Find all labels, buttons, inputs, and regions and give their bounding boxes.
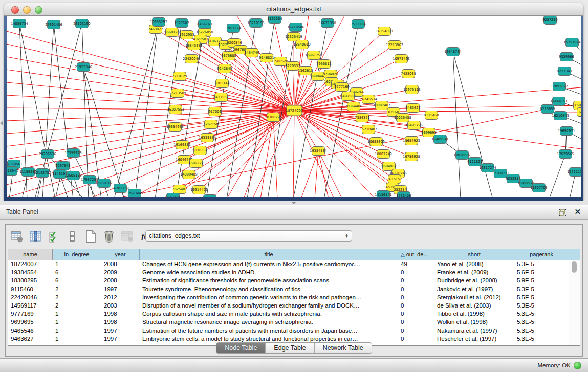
citation-edge-red[interactable] <box>244 117 273 197</box>
graph-node-y[interactable]: 16914479 <box>190 186 208 194</box>
graph-node-y[interactable]: 8427552 <box>213 93 228 102</box>
table-row[interactable]: 1830029562008Estimation of significance … <box>8 276 569 285</box>
graph-node-y[interactable]: 16961758 <box>305 51 322 60</box>
graph-node-y[interactable]: 12213589 <box>169 89 186 98</box>
graph-node-y[interactable]: 917006 <box>208 107 221 116</box>
memory-ok-indicator-icon[interactable] <box>574 362 581 369</box>
graph-node-t[interactable]: 16409541 <box>431 135 449 144</box>
table-row[interactable]: 946554611997Estimation of the future num… <box>8 326 569 335</box>
new-table-icon[interactable] <box>83 230 97 244</box>
graph-node-t[interactable]: 11607705 <box>530 184 548 192</box>
col-header-year[interactable]: year <box>101 249 140 260</box>
col-header-in-degree[interactable]: in_degree <box>53 249 101 260</box>
graph-node-y[interactable]: 2718129 <box>172 72 187 81</box>
network-window-titlebar[interactable]: citations_edges.txt <box>4 3 583 16</box>
graph-node-t[interactable]: 15716485 <box>201 195 219 198</box>
graph-node-y[interactable]: 1362615 <box>298 67 313 75</box>
table-selector-combo[interactable]: citations_edges.txt ▲▼ <box>145 230 352 242</box>
graph-node-y[interactable]: 19756928 <box>403 152 420 161</box>
graph-node-t[interactable]: 21953346 <box>75 63 92 72</box>
graph-node-y[interactable]: 9146821 <box>259 54 274 62</box>
float-panel-icon[interactable] <box>558 208 567 216</box>
graph-node-t[interactable]: 9227343 <box>557 67 572 76</box>
graph-node-t[interactable]: 12721113 <box>567 168 581 177</box>
graph-node-y[interactable]: 18300295 <box>265 113 282 122</box>
network-canvas[interactable]: 7463822966012839129531522605893275038186… <box>7 16 581 197</box>
col-header-title[interactable]: title <box>140 249 398 260</box>
table-row[interactable]: 969969511998Structural magnetic resonanc… <box>8 318 569 326</box>
graph-node-t[interactable]: 17679565 <box>557 150 574 159</box>
graph-node-y[interactable]: 16333554 <box>199 134 216 142</box>
graph-node-t[interactable]: 14136141 <box>375 191 392 198</box>
graph-node-y[interactable]: 10688609 <box>367 138 385 146</box>
graph-node-y[interactable]: 5878332 <box>192 146 207 155</box>
graph-node-t[interactable]: 27691406 <box>45 20 62 29</box>
graph-node-y[interactable]: 9463627 <box>405 104 420 113</box>
graph-node-y[interactable]: 9777169 <box>334 83 349 92</box>
graph-node-t[interactable]: 15751074 <box>563 38 581 47</box>
graph-node-t[interactable]: 10653297 <box>150 18 167 27</box>
graph-node-t[interactable]: 3915941 <box>7 167 18 176</box>
graph-node-y[interactable]: 18640910 <box>293 40 311 49</box>
graph-node-y[interactable]: 10973493 <box>393 55 410 63</box>
graph-node-t[interactable]: 8215955 <box>540 105 555 114</box>
graph-node-y[interactable]: 9794028 <box>323 70 338 79</box>
tab-edge-table[interactable]: Edge Table <box>266 343 314 353</box>
graph-node-t[interactable]: 19218506 <box>287 23 304 32</box>
citation-edge-red[interactable] <box>294 111 393 187</box>
graph-node-t[interactable]: 16648784 <box>444 48 462 56</box>
graph-node-y[interactable]: 15720407 <box>360 125 377 134</box>
graph-node-t[interactable]: 17010087 <box>453 151 471 160</box>
graph-node-t[interactable]: 10719155 <box>247 19 265 28</box>
graph-node-t[interactable]: 16958107 <box>95 179 113 188</box>
graph-node-t[interactable]: 20206536 <box>39 150 56 159</box>
graph-node-t[interactable]: 12505135 <box>64 171 82 180</box>
graph-node-t[interactable]: 15692971 <box>558 127 575 136</box>
graph-node-t[interactable]: 16671358 <box>319 19 336 28</box>
citation-edge-red[interactable] <box>7 111 294 134</box>
graph-node-t[interactable]: 14055734 <box>11 19 28 28</box>
graph-node-t[interactable]: 12923449 <box>126 189 143 198</box>
table-row[interactable]: 911546021997Tourette syndrome. Phenomeno… <box>8 285 569 293</box>
citation-edge-black[interactable] <box>82 24 89 197</box>
clear-selection-icon[interactable] <box>65 230 79 244</box>
graph-node-t[interactable]: 9121821 <box>467 158 482 166</box>
graph-node-y[interactable]: 7955812 <box>316 60 331 69</box>
select-rows-checks-icon[interactable] <box>47 230 60 244</box>
graph-node-t[interactable]: 8131304 <box>267 16 282 24</box>
close-panel-icon[interactable]: ✕ <box>574 207 581 216</box>
citation-edge-red[interactable] <box>194 46 294 111</box>
graph-node-y[interactable]: 3803144 <box>214 79 229 88</box>
graph-node-y[interactable]: 7625402 <box>172 185 187 194</box>
graph-node-y[interactable]: 9660128 <box>164 28 179 37</box>
graph-node-y[interactable]: 18724007 <box>286 105 303 116</box>
graph-node-t[interactable]: 6466163 <box>197 20 212 29</box>
show-columns-icon[interactable] <box>28 230 42 244</box>
graph-node-y[interactable]: 16245534 <box>360 95 377 104</box>
graph-node-t[interactable]: 17359928 <box>64 149 82 158</box>
graph-node-y[interactable]: 19166852 <box>173 141 191 149</box>
graph-node-y[interactable]: 3267150 <box>203 120 218 129</box>
table-row[interactable]: 1938455462009Genome-wide association stu… <box>8 268 569 276</box>
graph-node-y[interactable]: 1699222 <box>188 159 203 168</box>
citation-edge-black[interactable] <box>549 154 565 197</box>
column-settings-icon[interactable] <box>10 230 24 244</box>
tab-network-table[interactable]: Network Table <box>315 343 372 353</box>
graph-node-y[interactable]: 14649 <box>577 108 581 117</box>
graph-node-y[interactable]: 18807249 <box>375 150 392 159</box>
table-row[interactable]: 977716911998Corpus callosum shape and si… <box>8 310 569 318</box>
graph-node-t[interactable]: 16517274 <box>479 164 496 172</box>
citation-edge-red[interactable] <box>293 111 294 197</box>
graph-node-t[interactable]: 12444151 <box>550 97 568 106</box>
graph-node-y[interactable]: 16654935 <box>166 123 184 132</box>
table-row[interactable]: 2242004622012Investigating the contribut… <box>8 293 569 301</box>
graph-node-y[interactable]: 9115460 <box>424 111 439 120</box>
table-row[interactable]: 946362711997Embryonic stem cells: a mode… <box>8 335 569 343</box>
citation-edge-red[interactable] <box>315 151 318 197</box>
graph-node-y[interactable]: 1615152 <box>387 175 402 184</box>
panel-collapse-arrow-icon[interactable] <box>0 121 3 126</box>
scrollbar-thumb[interactable] <box>572 261 577 273</box>
graph-node-y[interactable]: 7485065 <box>401 70 416 78</box>
graph-node-t[interactable]: 12142757 <box>34 169 51 178</box>
graph-node-y[interactable]: 9242845 <box>217 64 232 73</box>
